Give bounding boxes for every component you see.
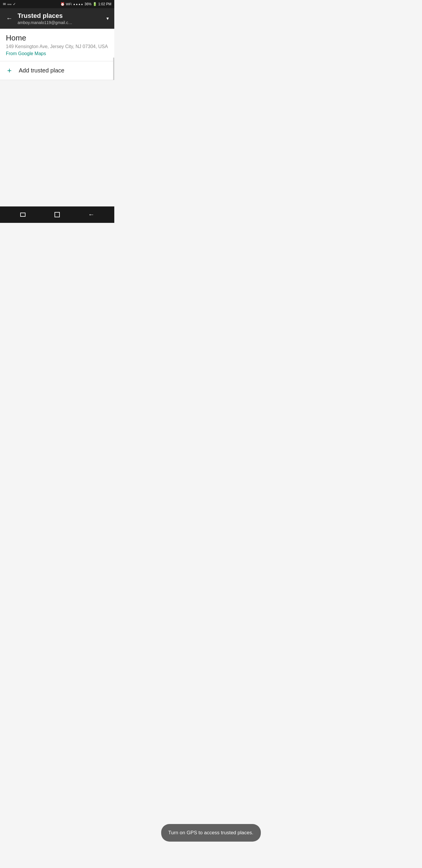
signal-icon: ▲▲▲▲ bbox=[73, 3, 84, 6]
time: 1:02 PM bbox=[98, 2, 111, 6]
mail-icon: ✉ bbox=[3, 2, 6, 6]
recent-apps-icon bbox=[20, 213, 26, 217]
back-nav-icon: ← bbox=[88, 211, 95, 218]
home-nav-icon bbox=[55, 212, 60, 217]
place-item-home: Home 149 Kensington Ave, Jersey City, NJ… bbox=[0, 29, 114, 61]
alarm-icon: ⏰ bbox=[60, 2, 65, 6]
wifi-icon: WiFi bbox=[66, 3, 72, 6]
place-name: Home bbox=[6, 33, 108, 42]
back-nav-button[interactable]: ← bbox=[83, 209, 100, 220]
place-address: 149 Kensington Ave, Jersey City, NJ 0730… bbox=[6, 44, 108, 50]
bottom-nav: ← bbox=[0, 207, 114, 223]
recent-apps-button[interactable] bbox=[14, 209, 32, 220]
content-area: Home 149 Kensington Ave, Jersey City, NJ… bbox=[0, 29, 114, 207]
status-right-icons: ⏰ WiFi ▲▲▲▲ 36% 🔋 1:02 PM bbox=[60, 2, 111, 6]
place-source-link[interactable]: From Google Maps bbox=[6, 51, 108, 56]
app-bar: ← Trusted places amboy.manalo119@gmail.c… bbox=[0, 8, 114, 29]
battery-icon: 🔋 bbox=[93, 2, 97, 6]
app-bar-title-section: Trusted places amboy.manalo119@gmail.c… bbox=[18, 12, 105, 25]
home-nav-button[interactable] bbox=[48, 209, 66, 220]
status-bar: ✉ ∞∞ ✓ ⏰ WiFi ▲▲▲▲ 36% 🔋 1:02 PM bbox=[0, 0, 114, 8]
battery-percentage: 36% bbox=[85, 2, 91, 6]
back-button[interactable]: ← bbox=[5, 15, 14, 22]
app-bar-subtitle: amboy.manalo119@gmail.c… bbox=[18, 20, 105, 25]
check-icon: ✓ bbox=[13, 2, 16, 6]
add-place-plus-icon: + bbox=[6, 66, 13, 75]
dropdown-button[interactable]: ▼ bbox=[105, 16, 109, 21]
add-place-label: Add trusted place bbox=[19, 67, 64, 74]
empty-content-area bbox=[0, 80, 114, 207]
add-trusted-place-button[interactable]: + Add trusted place bbox=[0, 61, 114, 80]
status-left-icons: ✉ ∞∞ ✓ bbox=[3, 2, 16, 6]
app-bar-title: Trusted places bbox=[18, 12, 105, 20]
voicemail-icon: ∞∞ bbox=[7, 3, 11, 6]
